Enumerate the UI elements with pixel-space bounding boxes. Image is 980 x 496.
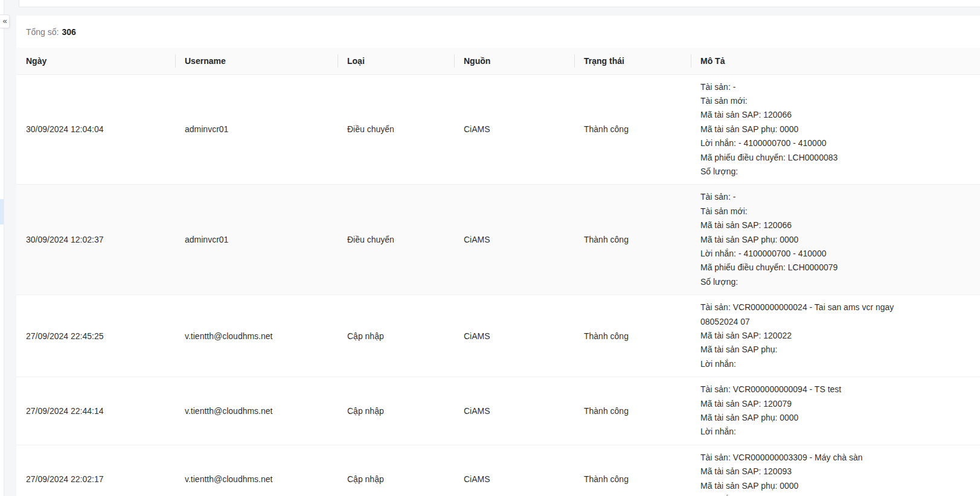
description-line: Mã tài sản SAP: 120066 xyxy=(700,108,970,122)
cell-date: 27/09/2024 22:02:17 xyxy=(16,445,175,496)
description-line: Lời nhắn: - 4100000700 - 410000 xyxy=(700,136,970,150)
description-line: Tài sản: VCR000000000024 - Tai san ams v… xyxy=(700,300,970,314)
cell-source: CiAMS xyxy=(454,295,574,377)
description-line: Số lượng: xyxy=(700,275,970,289)
column-header-user: Username xyxy=(175,48,338,74)
description-line: Tài sản mới: xyxy=(700,205,970,218)
description-line: Mã tài sản SAP phụ: 0000 xyxy=(700,122,970,136)
table-row: 30/09/2024 12:04:04 adminvcr01 Điều chuy… xyxy=(16,74,980,185)
description-line: Mã tài sản SAP phụ: 0000 xyxy=(700,411,970,425)
description-line: Tài sản: VCR000000000094 - TS test xyxy=(700,383,970,396)
cell-source: CiAMS xyxy=(454,377,574,445)
cell-type: Điều chuyển xyxy=(338,74,454,185)
description-line: Mã tài sản SAP phụ: 0000 xyxy=(700,479,970,493)
description-line: Lời nhắn: xyxy=(700,425,970,439)
table-row: 27/09/2024 22:02:17 v.tientth@cloudhms.n… xyxy=(16,445,980,496)
description-line: Mã phiếu điều chuyển: LCH0000083 xyxy=(700,151,970,165)
cell-status: Thành công xyxy=(574,74,691,185)
cell-source: CiAMS xyxy=(454,445,574,496)
total-count-bar: Tổng số: 306 xyxy=(16,16,980,48)
table-header: NgàyUsernameLoạiNguồnTrạng tháiMô Tả xyxy=(16,48,980,74)
cell-date: 30/09/2024 12:04:04 xyxy=(16,74,175,185)
cell-description: Tài sản: VCR000000003309 - Máy chà sànMã… xyxy=(691,445,980,496)
cell-status: Thành công xyxy=(574,377,691,445)
cell-username: adminvcr01 xyxy=(175,74,338,185)
cell-description: Tài sản: -Tài sản mới:Mã tài sản SAP: 12… xyxy=(691,74,980,185)
column-header-status: Trạng thái xyxy=(574,48,691,74)
description-line: Mã tài sản SAP: 120079 xyxy=(700,397,970,411)
cell-type: Cập nhập xyxy=(338,445,454,496)
description-line: 08052024 07 xyxy=(700,315,970,329)
cell-source: CiAMS xyxy=(454,185,574,295)
log-panel: Tổng số: 306 NgàyUsernameLoạiNguồnTrạng … xyxy=(16,16,980,496)
table-row: 27/09/2024 22:44:14 v.tientth@cloudhms.n… xyxy=(16,377,980,445)
table-header-row: NgàyUsernameLoạiNguồnTrạng tháiMô Tả xyxy=(16,48,980,74)
cell-description: Tài sản: VCR000000000094 - TS testMã tài… xyxy=(691,377,980,445)
total-count-label: Tổng số: xyxy=(26,27,59,37)
cell-username: v.tientth@cloudhms.net xyxy=(175,377,338,445)
description-line: Mã phiếu điều chuyển: LCH0000079 xyxy=(700,261,970,275)
sidebar-rail xyxy=(0,0,4,496)
column-header-source: Nguồn xyxy=(454,48,574,74)
cell-status: Thành công xyxy=(574,185,691,295)
cell-status: Thành công xyxy=(574,295,691,377)
cell-description: Tài sản: -Tài sản mới:Mã tài sản SAP: 12… xyxy=(691,185,980,295)
cell-description: Tài sản: VCR000000000024 - Tai san ams v… xyxy=(691,295,980,377)
cell-date: 30/09/2024 12:02:37 xyxy=(16,185,175,295)
description-line: Mã tài sản SAP: 120022 xyxy=(700,329,970,343)
description-line: Tài sản mới: xyxy=(700,94,970,108)
description-line: Tài sản: VCR000000003309 - Máy chà sàn xyxy=(700,451,970,465)
double-chevron-left-icon: « xyxy=(2,17,6,25)
top-panel-cutoff xyxy=(19,0,980,7)
cell-date: 27/09/2024 22:45:25 xyxy=(16,295,175,377)
table-row: 30/09/2024 12:02:37 adminvcr01 Điều chuy… xyxy=(16,185,980,295)
description-line: Lời nhắn: xyxy=(700,357,970,371)
column-header-type: Loại xyxy=(338,48,454,74)
cell-type: Cập nhập xyxy=(338,377,454,445)
column-header-date: Ngày xyxy=(16,48,175,74)
cell-type: Cập nhập xyxy=(338,295,454,377)
cell-status: Thành công xyxy=(574,445,691,496)
cell-username: v.tientth@cloudhms.net xyxy=(175,445,338,496)
cell-username: adminvcr01 xyxy=(175,185,338,295)
description-line: Tài sản: - xyxy=(700,80,970,94)
description-line: Mã tài sản SAP: 120093 xyxy=(700,465,970,479)
description-line: Mã tài sản SAP: 120066 xyxy=(700,218,970,232)
cell-source: CiAMS xyxy=(454,74,574,185)
description-line: Tài sản: - xyxy=(700,190,970,204)
cell-username: v.tientth@cloudhms.net xyxy=(175,295,338,377)
table-body: 30/09/2024 12:04:04 adminvcr01 Điều chuy… xyxy=(16,74,980,496)
description-line: Mã tài sản SAP phụ: xyxy=(700,343,970,357)
sidebar-collapse-button[interactable]: « xyxy=(0,14,10,28)
description-line: Lời nhắn: - 4100000700 - 410000 xyxy=(700,247,970,261)
cell-type: Điều chuyển xyxy=(338,185,454,295)
description-line: Mã tài sản SAP phụ: 0000 xyxy=(700,233,970,247)
total-count-value: 306 xyxy=(62,27,75,37)
column-header-desc: Mô Tả xyxy=(691,48,980,74)
cell-date: 27/09/2024 22:44:14 xyxy=(16,377,175,445)
log-table: NgàyUsernameLoạiNguồnTrạng tháiMô Tả 30/… xyxy=(16,48,980,496)
description-line: Số lượng: xyxy=(700,165,970,179)
description-line: Lời nhắn: xyxy=(700,493,970,496)
table-row: 27/09/2024 22:45:25 v.tientth@cloudhms.n… xyxy=(16,295,980,377)
sidebar-active-menu-item[interactable] xyxy=(0,199,4,224)
